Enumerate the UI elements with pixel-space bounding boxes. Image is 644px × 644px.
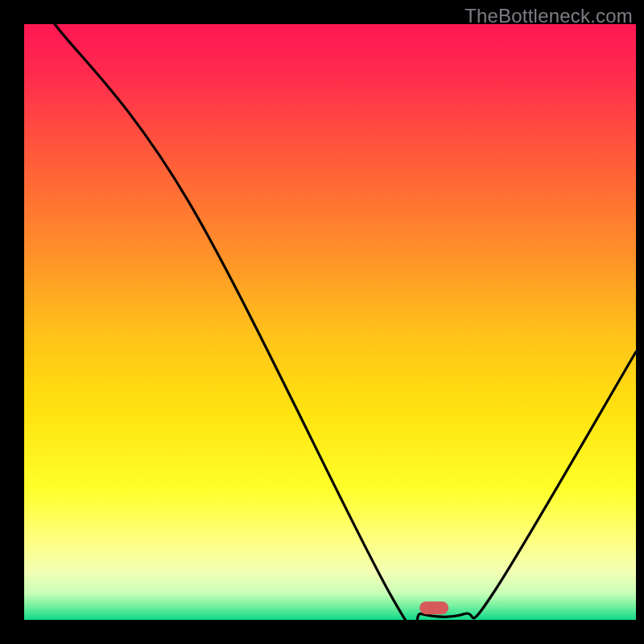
bottleneck-chart — [0, 0, 644, 644]
chart-container: TheBottleneck.com — [0, 0, 644, 644]
plot-background — [24, 24, 636, 620]
watermark-label: TheBottleneck.com — [464, 5, 633, 27]
optimum-marker — [419, 601, 448, 614]
